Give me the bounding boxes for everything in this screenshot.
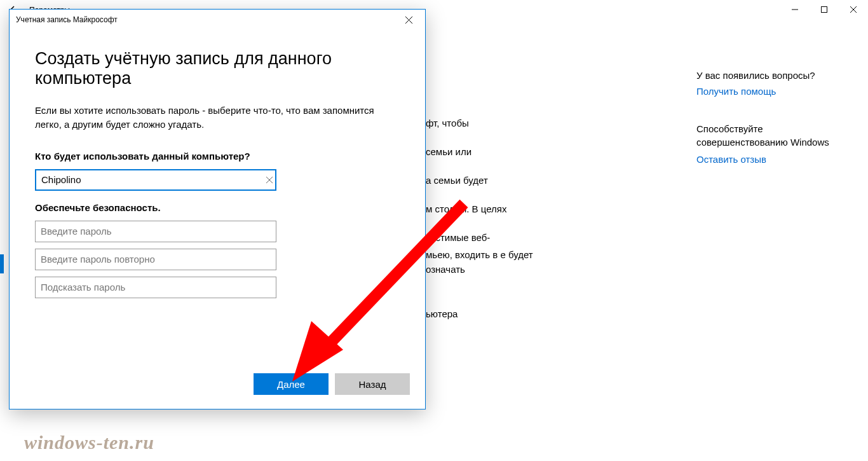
maximize-button[interactable] bbox=[810, 0, 839, 19]
minimize-button[interactable] bbox=[780, 0, 810, 19]
dialog-heading: Создать учётную запись для данного компь… bbox=[35, 49, 400, 88]
improve-label: Способствуйте совершенствованию Windows bbox=[696, 122, 855, 149]
get-help-link[interactable]: Получить помощь bbox=[696, 86, 855, 97]
next-button[interactable]: Далее bbox=[254, 373, 329, 395]
back-button[interactable]: Назад bbox=[335, 373, 410, 395]
username-label: Кто будет использовать данный компьютер? bbox=[35, 151, 400, 162]
clear-input-icon[interactable] bbox=[266, 175, 273, 185]
username-input[interactable] bbox=[35, 169, 276, 191]
create-account-dialog: Учетная запись Майкрософт Создать учётну… bbox=[9, 9, 426, 409]
svg-rect-1 bbox=[822, 7, 827, 13]
security-label: Обеспечьте безопасность. bbox=[35, 202, 400, 213]
sidebar-active-marker bbox=[0, 254, 4, 273]
questions-label: У вас появились вопросы? bbox=[696, 70, 855, 81]
window-controls bbox=[780, 0, 868, 19]
dialog-titlebar: Учетная запись Майкрософт bbox=[10, 10, 425, 30]
dialog-title: Учетная запись Майкрософт bbox=[16, 15, 118, 24]
password-input[interactable]: Введите пароль bbox=[35, 221, 276, 242]
bg-text-fragment-3: ьютера bbox=[426, 308, 458, 319]
settings-right-pane: У вас появились вопросы? Получить помощь… bbox=[696, 70, 855, 190]
bg-text-fragment-2: мьею, входить в е будет означать bbox=[426, 248, 553, 277]
feedback-link[interactable]: Оставить отзыв bbox=[696, 154, 855, 165]
dialog-close-button[interactable] bbox=[395, 10, 423, 29]
bg-text-fragment-1: фт, чтобы семьи или а семьи будет м стол… bbox=[426, 102, 553, 259]
password-hint-input[interactable]: Подсказать пароль bbox=[35, 277, 276, 298]
close-button[interactable] bbox=[839, 0, 868, 19]
password-confirm-input[interactable]: Введите пароль повторно bbox=[35, 249, 276, 270]
watermark: windows-ten.ru bbox=[24, 432, 154, 453]
dialog-intro: Если вы хотите использовать пароль - выб… bbox=[35, 104, 378, 132]
